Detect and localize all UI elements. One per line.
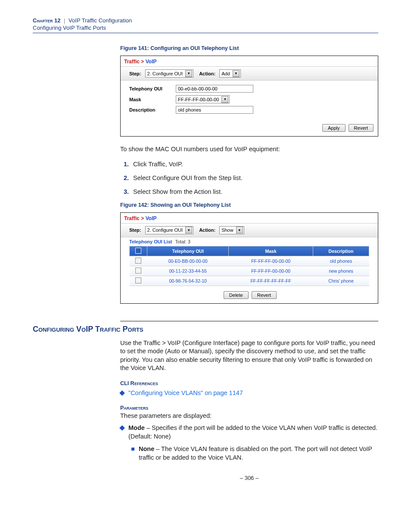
step-action-row: Step: 2. Configure OUI ▼ Action: Add ▼ bbox=[121, 67, 378, 81]
cli-references-heading: CLI References bbox=[120, 380, 378, 386]
row-checkbox[interactable] bbox=[135, 258, 141, 264]
page-number: – 306 – bbox=[120, 475, 378, 481]
mask-label: Mask bbox=[129, 97, 176, 102]
figure-142-caption: Figure 142: Showing an OUI Telephony Lis… bbox=[120, 202, 378, 208]
chevron-down-icon: ▼ bbox=[236, 227, 243, 233]
chapter-label: Chapter 12 bbox=[33, 17, 60, 24]
parameters-intro: These parameters are displayed: bbox=[120, 412, 378, 420]
parameters-heading: Parameters bbox=[120, 405, 378, 411]
mask-select-value: FF-FF-FF-00-00-00 bbox=[178, 97, 219, 102]
param-mode-desc: – Specifies if the port will be added to… bbox=[128, 424, 377, 440]
cell-oui: 00-11-22-33-44-55 bbox=[147, 266, 229, 276]
chevron-down-icon: ▼ bbox=[185, 70, 192, 77]
oui-table: Telephony OUI Mask Description 00-E0-BB-… bbox=[129, 246, 369, 286]
param-mode: Mode – Specifies if the port will be add… bbox=[120, 424, 378, 441]
th-desc: Description bbox=[313, 246, 369, 256]
cell-mask: FF-FF-FF-00-00-00 bbox=[229, 266, 313, 276]
action-select[interactable]: Add ▼ bbox=[219, 69, 241, 78]
step-3: Select Show from the Action list. bbox=[124, 188, 378, 195]
chevron-down-icon: ▼ bbox=[233, 70, 240, 77]
steps-list: Click Traffic, VoIP. Select Configure OU… bbox=[120, 161, 378, 195]
step-2: Select Configure OUI from the Step list. bbox=[124, 174, 378, 181]
action-label: Action: bbox=[199, 227, 215, 233]
action-select-value: Show bbox=[221, 227, 234, 233]
breadcrumb-traffic: Traffic bbox=[124, 215, 140, 221]
delete-button[interactable]: Delete bbox=[224, 291, 249, 299]
figure-141-caption: Figure 141: Configuring an OUI Telephony… bbox=[120, 45, 378, 51]
step-select[interactable]: 2. Configure OUI ▼ bbox=[145, 69, 194, 78]
chevron-down-icon: ▼ bbox=[185, 227, 192, 233]
cell-mask: FF-FF-FF-FF-FF-FF bbox=[229, 276, 313, 286]
table-row: 00-11-22-33-44-55 FF-FF-FF-00-00-00 new … bbox=[130, 266, 369, 276]
figure-141-screenshot: Traffic > VoIP Step: 2. Configure OUI ▼ … bbox=[120, 56, 378, 137]
breadcrumb-traffic: Traffic bbox=[124, 59, 140, 65]
cli-reference-link[interactable]: "Configuring Voice VLANs" on page 1147 bbox=[128, 389, 243, 398]
revert-button[interactable]: Revert bbox=[349, 124, 374, 132]
table-row: 00-E0-BB-00-00-00 FF-FF-FF-00-00-00 old … bbox=[130, 256, 369, 266]
breadcrumb-sep: > bbox=[141, 215, 144, 221]
cell-oui: 00-98-76-54-32-10 bbox=[147, 276, 229, 286]
th-oui: Telephony OUI bbox=[147, 246, 229, 256]
cell-mask: FF-FF-FF-00-00-00 bbox=[229, 256, 313, 266]
telephony-oui-label: Telephony OUI bbox=[129, 86, 176, 91]
th-checkbox bbox=[130, 246, 147, 256]
header-sep: | bbox=[64, 17, 65, 24]
breadcrumb: Traffic > VoIP bbox=[121, 56, 378, 67]
cell-desc: old phones bbox=[313, 256, 369, 266]
section-intro: Use the Traffic > VoIP (Configure Interf… bbox=[120, 339, 378, 373]
breadcrumb-voip: VoIP bbox=[146, 215, 157, 221]
revert-button[interactable]: Revert bbox=[252, 291, 277, 299]
step-label: Step: bbox=[129, 71, 141, 76]
action-select[interactable]: Show ▼ bbox=[219, 226, 244, 234]
header-subtitle: Configuring VoIP Traffic Ports bbox=[33, 25, 378, 31]
section-divider bbox=[120, 321, 378, 321]
apply-button[interactable]: Apply bbox=[322, 124, 346, 132]
bullet-diamond-icon bbox=[119, 390, 125, 396]
mask-select[interactable]: FF-FF-FF-00-00-00 ▼ bbox=[176, 95, 230, 103]
cell-desc: Chris' phone bbox=[313, 276, 369, 286]
row-checkbox[interactable] bbox=[135, 268, 141, 274]
cell-oui: 00-E0-BB-00-00-00 bbox=[147, 256, 229, 266]
description-input[interactable]: old phones bbox=[176, 106, 253, 114]
action-select-value: Add bbox=[221, 71, 230, 76]
figure-142-screenshot: Traffic > VoIP Step: 2. Configure OUI ▼ … bbox=[120, 212, 378, 304]
row-checkbox[interactable] bbox=[135, 277, 141, 283]
action-label: Action: bbox=[199, 71, 215, 76]
param-mode-none: None – The Voice VLAN feature is disable… bbox=[131, 445, 378, 462]
step-1: Click Traffic, VoIP. bbox=[124, 161, 378, 168]
list-title: Telephony OUI List bbox=[129, 239, 172, 244]
param-none-desc: – The Voice VLAN feature is disabled on … bbox=[139, 445, 372, 461]
breadcrumb-voip: VoIP bbox=[146, 59, 157, 65]
section-heading: Configuring VoIP Traffic Ports bbox=[33, 325, 378, 334]
list-total: Total: 3 bbox=[175, 239, 190, 244]
step-select-value: 2. Configure OUI bbox=[147, 227, 183, 233]
step-select-value: 2. Configure OUI bbox=[147, 71, 183, 76]
chevron-down-icon: ▼ bbox=[221, 96, 228, 103]
cell-desc: new phones bbox=[313, 266, 369, 276]
param-mode-name: Mode bbox=[128, 424, 145, 431]
bullet-diamond-icon bbox=[119, 425, 125, 431]
running-header: Chapter 12 | VoIP Traffic Configuration … bbox=[33, 17, 378, 33]
table-row: 00-98-76-54-32-10 FF-FF-FF-FF-FF-FF Chri… bbox=[130, 276, 369, 286]
description-label: Description bbox=[129, 107, 176, 112]
step-label: Step: bbox=[129, 227, 141, 233]
breadcrumb: Traffic > VoIP bbox=[121, 213, 378, 224]
intro-text: To show the MAC OUI numbers used for VoI… bbox=[120, 145, 378, 154]
breadcrumb-sep: > bbox=[141, 59, 144, 65]
telephony-oui-input[interactable]: 00-e0-bb-00-00-00 bbox=[176, 85, 253, 93]
th-mask: Mask bbox=[229, 246, 313, 256]
step-select[interactable]: 2. Configure OUI ▼ bbox=[145, 226, 194, 234]
step-action-row: Step: 2. Configure OUI ▼ Action: Show ▼ bbox=[121, 224, 378, 237]
param-none-name: None bbox=[139, 445, 154, 452]
chapter-title: VoIP Traffic Configuration bbox=[68, 17, 132, 24]
checkbox-header-icon[interactable] bbox=[135, 248, 141, 254]
bullet-square-icon bbox=[131, 448, 134, 451]
